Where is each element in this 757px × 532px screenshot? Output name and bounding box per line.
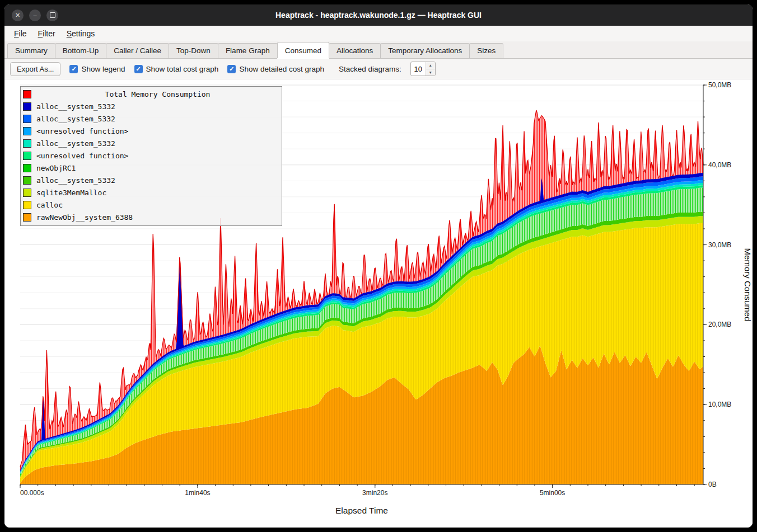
export-as-button[interactable]: Export As... <box>10 62 60 76</box>
chart-legend: Total Memory Consumptionalloc__system_53… <box>20 86 282 226</box>
legend-swatch-icon <box>23 102 31 111</box>
legend-label: alloc__system_5332 <box>36 176 115 185</box>
tab-consumed[interactable]: Consumed <box>277 42 329 58</box>
spinner-down-icon[interactable]: ▼ <box>426 69 435 76</box>
svg-text:50,0MB: 50,0MB <box>708 81 731 89</box>
legend-item: alloc__system_5332 <box>23 100 279 112</box>
legend-swatch-icon <box>23 213 31 222</box>
legend-label: Total Memory Consumption <box>36 90 279 98</box>
tab-temporary-allocations[interactable]: Temporary Allocations <box>380 43 470 58</box>
legend-item: sqlite3MemMalloc <box>23 186 279 199</box>
menubar: File Filter Settings <box>4 26 753 41</box>
show-detailed-cost-checkbox[interactable]: ✓ Show detailed cost graph <box>227 65 324 73</box>
minimize-icon: – <box>33 12 36 18</box>
stacked-diagrams-label: Stacked diagrams: <box>339 65 401 73</box>
svg-text:Elapsed Time: Elapsed Time <box>335 506 388 515</box>
legend-item: alloc__system_5332 <box>23 137 279 149</box>
chart-area: 00.000s1min40s3min20s5min00s0B10,0MB20,0… <box>4 79 753 528</box>
minimize-button[interactable]: – <box>29 10 41 21</box>
tabbar: Summary Bottom-Up Caller / Callee Top-Do… <box>4 41 753 59</box>
legend-item: <unresolved function> <box>23 125 279 137</box>
legend-item: <unresolved function> <box>23 149 279 162</box>
legend-swatch-icon <box>23 164 31 172</box>
legend-label: alloc__system_5332 <box>36 115 115 123</box>
svg-text:0B: 0B <box>708 481 717 488</box>
show-legend-label: Show legend <box>81 65 125 73</box>
svg-text:10,0MB: 10,0MB <box>708 401 731 408</box>
show-detailed-cost-label: Show detailed cost graph <box>239 65 324 73</box>
svg-text:00.000s: 00.000s <box>20 489 44 497</box>
legend-item: calloc <box>23 199 279 211</box>
close-icon: ✕ <box>15 12 20 18</box>
legend-swatch-icon <box>23 139 31 148</box>
legend-swatch-icon <box>23 201 31 209</box>
heaptrack-window: ✕ – Heaptrack - heaptrack.wakunode.1.gz … <box>4 4 753 528</box>
toolbar: Export As... ✓ Show legend ✓ Show total … <box>4 59 753 79</box>
legend-swatch-icon <box>23 189 31 197</box>
legend-item: alloc__system_5332 <box>23 112 279 125</box>
checkbox-checked-icon: ✓ <box>227 65 236 73</box>
spinner-up-icon[interactable]: ▲ <box>426 62 435 69</box>
stacked-diagrams-spinner[interactable]: 10 ▲ ▼ <box>410 62 436 76</box>
tab-summary[interactable]: Summary <box>7 43 55 58</box>
legend-label: <unresolved function> <box>36 152 128 160</box>
svg-text:Memory Consumed: Memory Consumed <box>743 248 753 322</box>
legend-label: newObjRC1 <box>36 164 76 172</box>
legend-swatch-icon <box>23 152 31 160</box>
tab-allocations[interactable]: Allocations <box>329 43 381 58</box>
menu-settings[interactable]: Settings <box>62 27 100 40</box>
window-title: Heaptrack - heaptrack.wakunode.1.gz — He… <box>4 11 753 20</box>
tab-top-down[interactable]: Top-Down <box>169 43 218 58</box>
stacked-diagrams-value[interactable]: 10 <box>411 62 426 76</box>
svg-text:1min40s: 1min40s <box>185 489 210 497</box>
show-total-cost-checkbox[interactable]: ✓ Show total cost graph <box>134 65 219 73</box>
checkbox-checked-icon: ✓ <box>69 65 78 73</box>
tab-bottom-up[interactable]: Bottom-Up <box>55 43 107 58</box>
close-button[interactable]: ✕ <box>12 10 24 21</box>
legend-label: rawNewObj__system_6388 <box>36 213 133 222</box>
tab-caller-callee[interactable]: Caller / Callee <box>106 43 169 58</box>
legend-item: alloc__system_5332 <box>23 174 279 186</box>
legend-swatch-icon <box>23 176 31 185</box>
legend-label: sqlite3MemMalloc <box>36 189 106 197</box>
legend-swatch-icon <box>23 115 31 123</box>
legend-item: newObjRC1 <box>23 162 279 174</box>
svg-text:3min20s: 3min20s <box>362 489 387 497</box>
legend-label: <unresolved function> <box>36 127 128 135</box>
legend-label: alloc__system_5332 <box>36 102 115 111</box>
tab-flame-graph[interactable]: Flame Graph <box>218 43 278 58</box>
legend-item: rawNewObj__system_6388 <box>23 211 279 223</box>
maximize-button[interactable] <box>46 10 58 21</box>
legend-label: calloc <box>36 201 63 209</box>
show-total-cost-label: Show total cost graph <box>146 65 219 73</box>
titlebar[interactable]: ✕ – Heaptrack - heaptrack.wakunode.1.gz … <box>4 4 753 26</box>
svg-text:20,0MB: 20,0MB <box>708 321 731 328</box>
legend-header-row: Total Memory Consumption <box>23 88 279 100</box>
menu-filter[interactable]: Filter <box>33 27 60 40</box>
legend-swatch-icon <box>23 127 31 135</box>
svg-text:5min00s: 5min00s <box>540 489 565 497</box>
show-legend-checkbox[interactable]: ✓ Show legend <box>69 65 125 73</box>
tab-sizes[interactable]: Sizes <box>469 43 503 58</box>
svg-text:40,0MB: 40,0MB <box>708 161 731 169</box>
legend-label: alloc__system_5332 <box>36 139 115 148</box>
spinner-buttons: ▲ ▼ <box>426 62 435 76</box>
legend-swatch-icon <box>23 90 31 98</box>
menu-file[interactable]: File <box>9 27 32 40</box>
checkbox-checked-icon: ✓ <box>134 65 143 73</box>
svg-text:30,0MB: 30,0MB <box>708 241 731 249</box>
maximize-icon <box>50 12 55 18</box>
